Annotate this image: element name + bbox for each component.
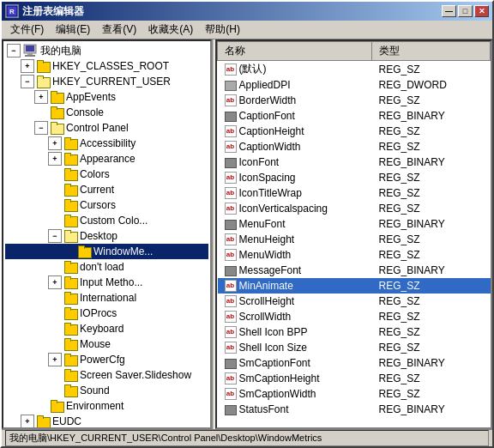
- reg-entry-label: ScrollHeight: [239, 295, 295, 307]
- tree-item-accessibility[interactable]: + Accessibility: [5, 136, 208, 151]
- reg-entry-type: REG_SZ: [372, 294, 491, 309]
- tree-item-mypc[interactable]: − 我的电脑: [5, 43, 208, 58]
- tree-item-keyboard[interactable]: Keyboard: [5, 321, 208, 336]
- table-row[interactable]: abSmCaptionWidthREG_SZ: [218, 386, 491, 402]
- tree-label-desktop: Desktop: [80, 230, 117, 242]
- tree-label-appear: Appearance: [80, 153, 136, 165]
- expander-cp[interactable]: −: [34, 121, 48, 135]
- menu-favorites[interactable]: 收藏夹(A): [143, 21, 198, 39]
- folder-icon-dl: [63, 261, 77, 273]
- table-row[interactable]: IconFontREG_BINARY: [218, 154, 491, 170]
- minimize-button[interactable]: —: [442, 5, 456, 17]
- table-row[interactable]: AppliedDPIREG_DWORD: [218, 77, 491, 93]
- tree-item-dontload[interactable]: don't load: [5, 259, 208, 275]
- reg-entry-name: abMenuWidth: [218, 247, 372, 263]
- tree-item-windowmetrics[interactable]: WindowMe...: [5, 244, 208, 259]
- reg-entry-type: REG_SZ: [372, 247, 491, 263]
- col-type[interactable]: 类型: [372, 42, 491, 61]
- table-row[interactable]: abMinAnimateREG_SZ: [218, 278, 491, 294]
- expander-access[interactable]: +: [48, 136, 62, 150]
- table-row[interactable]: abCaptionHeightREG_SZ: [218, 124, 491, 139]
- computer-icon: [22, 44, 38, 58]
- expander-dl: [48, 260, 62, 274]
- expander-current: [48, 183, 62, 197]
- svg-rect-3: [26, 45, 34, 51]
- reg-entry-label: Shell Icon BPP: [239, 326, 308, 338]
- table-row[interactable]: abScrollHeightREG_SZ: [218, 294, 491, 309]
- expander-mouse: [48, 337, 62, 351]
- expander-pwr[interactable]: +: [48, 353, 62, 366]
- reg-entry-label: IconFont: [239, 156, 280, 168]
- tree-item-desktop[interactable]: − Desktop: [5, 228, 208, 244]
- reg-ab-icon: ab: [225, 94, 237, 106]
- tree-item-appevents[interactable]: + AppEvents: [5, 89, 208, 105]
- expander-eudc[interactable]: +: [21, 415, 34, 428]
- reg-entry-name: abMenuHeight: [218, 232, 372, 247]
- maximize-button[interactable]: □: [458, 5, 473, 17]
- folder-icon-cc: [63, 215, 77, 227]
- tree-item-mouse[interactable]: Mouse: [5, 336, 208, 352]
- expander-desktop[interactable]: −: [48, 229, 62, 243]
- expander-sound: [48, 384, 62, 397]
- table-row[interactable]: ab(默认)REG_SZ: [218, 61, 491, 78]
- tree-item-colors[interactable]: Colors: [5, 166, 208, 182]
- table-row[interactable]: abScrollWidthREG_SZ: [218, 309, 491, 324]
- tree-item-environment[interactable]: Environment: [5, 398, 208, 414]
- expander-appear[interactable]: +: [48, 152, 62, 166]
- table-row[interactable]: abIconVerticalspacingREG_SZ: [218, 201, 491, 216]
- reg-ab-icon: ab: [225, 295, 237, 307]
- menu-file[interactable]: 文件(F): [5, 21, 49, 39]
- table-row[interactable]: abShell Icon BPPREG_SZ: [218, 324, 491, 340]
- tree-item-cursors[interactable]: Cursors: [5, 197, 208, 213]
- tree-item-international[interactable]: International: [5, 290, 208, 306]
- reg-entry-name: CaptionFont: [218, 108, 372, 124]
- tree-item-appearance[interactable]: + Appearance: [5, 151, 208, 166]
- table-row[interactable]: CaptionFontREG_BINARY: [218, 108, 491, 124]
- menu-edit[interactable]: 编辑(E): [51, 21, 95, 39]
- reg-entry-name: abShell Icon BPP: [218, 324, 372, 340]
- tree-item-inputmethod[interactable]: + Input Metho...: [5, 275, 208, 290]
- table-row[interactable]: abMenuWidthREG_SZ: [218, 247, 491, 263]
- table-row[interactable]: abShell Icon SizeREG_SZ: [218, 340, 491, 355]
- table-row[interactable]: MessageFontREG_BINARY: [218, 263, 491, 278]
- tree-item-customcolo[interactable]: Custom Colo...: [5, 213, 208, 228]
- tree-panel[interactable]: − 我的电脑 + HKEY_CLASSES_R: [2, 39, 212, 429]
- reg-entry-name: ab(默认): [218, 61, 372, 78]
- tree-item-controlpanel[interactable]: − Control Panel: [5, 120, 208, 136]
- close-button[interactable]: ✕: [474, 5, 489, 17]
- expander-im[interactable]: +: [48, 275, 62, 289]
- reg-ab-icon: ab: [225, 342, 237, 354]
- tree-item-eudc[interactable]: + EUDC: [5, 414, 208, 429]
- tree-item-sound[interactable]: Sound: [5, 383, 208, 398]
- tree-item-screensaver[interactable]: Screen Saver.Slideshow: [5, 367, 208, 383]
- tree-label-env: Environment: [66, 400, 124, 412]
- table-row[interactable]: MenuFontREG_BINARY: [218, 216, 491, 232]
- tree-item-hkcr[interactable]: + HKEY_CLASSES_ROOT: [5, 58, 208, 74]
- expander-hkcu[interactable]: −: [21, 75, 34, 88]
- expander-env: [34, 399, 48, 413]
- table-row[interactable]: StatusFontREG_BINARY: [218, 402, 491, 417]
- expander-hkcr[interactable]: +: [21, 59, 34, 73]
- table-row[interactable]: abSmCaptionHeightREG_SZ: [218, 371, 491, 386]
- tree-item-console[interactable]: Console: [5, 105, 208, 120]
- tree-item-ioprocs[interactable]: IOProcs: [5, 306, 208, 321]
- table-row[interactable]: abIconSpacingREG_SZ: [218, 170, 491, 185]
- table-row[interactable]: abBorderWidthREG_SZ: [218, 93, 491, 108]
- tree-item-powercfg[interactable]: + PowerCfg: [5, 352, 208, 367]
- expander-appevents[interactable]: +: [34, 90, 48, 104]
- folder-icon-colors: [63, 168, 77, 180]
- menu-help[interactable]: 帮助(H): [200, 21, 245, 39]
- tree-item-hkcu[interactable]: − HKEY_CURRENT_USER: [5, 74, 208, 89]
- table-row[interactable]: SmCaptionFontREG_BINARY: [218, 355, 491, 371]
- expander-mypc[interactable]: −: [7, 44, 21, 58]
- table-row[interactable]: abCaptionWidthREG_SZ: [218, 139, 491, 154]
- right-panel[interactable]: 名称 类型 ab(默认)REG_SZAppliedDPIREG_DWORDabB…: [215, 39, 492, 429]
- reg-entry-label: IconVerticalspacing: [239, 203, 328, 215]
- table-row[interactable]: abMenuHeightREG_SZ: [218, 232, 491, 247]
- menu-view[interactable]: 查看(V): [97, 21, 142, 39]
- reg-entry-label: AppliedDPI: [239, 79, 291, 91]
- tree-item-current[interactable]: Current: [5, 182, 208, 197]
- col-name[interactable]: 名称: [218, 42, 372, 61]
- reg-ab-icon: ab: [225, 249, 237, 261]
- table-row[interactable]: abIconTitleWrapREG_SZ: [218, 185, 491, 201]
